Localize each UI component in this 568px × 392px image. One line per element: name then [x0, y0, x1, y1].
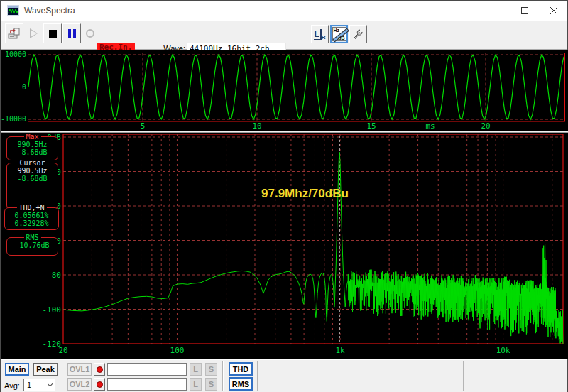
spectrum-trace	[63, 152, 563, 344]
ovl1-file-field[interactable]	[107, 363, 187, 376]
dash-separator: -	[61, 381, 64, 389]
cursor-readout-title: Cursor	[17, 159, 47, 167]
close-icon	[550, 7, 557, 14]
open-device-button[interactable]	[5, 23, 23, 43]
red-dot-icon	[97, 381, 103, 388]
rms-button[interactable]: RMS	[229, 377, 253, 391]
open-device-icon	[8, 28, 21, 39]
x-axis-tick: 100	[170, 346, 185, 355]
pause-icon	[68, 29, 76, 38]
cursor-level: -8.68dB	[7, 175, 58, 183]
bottom-bar: Main Peak - OVL1 L S THD Avg: 1 - OVL2 L…	[1, 359, 567, 392]
x-axis-tick: 10	[252, 121, 261, 131]
hz-db-scale-button[interactable]: HzdB	[330, 25, 348, 43]
peak-annotation: 97.9Mhz/70dBu	[261, 187, 349, 201]
x-axis-unit: ms	[425, 121, 435, 131]
record-button[interactable]	[81, 23, 99, 43]
waveform-panel: 100000-100005101520ms	[1, 50, 568, 131]
app-window: WaveSpectra	[0, 0, 568, 392]
pause-button[interactable]	[62, 23, 81, 43]
thd-value-2: 0.32928%	[5, 219, 58, 227]
close-button[interactable]	[540, 1, 567, 21]
ovl2-save-button[interactable]: S	[205, 378, 217, 391]
divider	[463, 361, 464, 391]
dash-separator: -	[61, 366, 64, 374]
y-axis-tick: -80	[47, 271, 61, 280]
x-axis-tick: 20	[58, 346, 67, 355]
toolbar: Rec.In. Wave: 44100Hz 16bit 2ch FFT: 409…	[1, 21, 567, 50]
divider	[257, 361, 258, 391]
y-axis-tick: 10000	[5, 50, 26, 58]
x-axis-tick: 1k	[335, 346, 345, 355]
avg-label: Avg:	[4, 381, 20, 390]
main-button[interactable]: Main	[5, 363, 29, 376]
lr-channel-icon: LR	[314, 29, 325, 39]
play-icon	[30, 28, 38, 38]
y-axis-tick: 0	[22, 83, 26, 91]
rms-value: -10.76dB	[7, 241, 58, 249]
max-readout: Max 990.5Hz -8.68dB	[6, 136, 58, 160]
ovl1-button[interactable]: OVL1	[67, 363, 92, 376]
maximize-icon	[521, 7, 528, 14]
max-level: -8.68dB	[7, 148, 58, 156]
rms-readout-title: RMS	[23, 234, 40, 241]
waveform-plot[interactable]: 100000-100005101520ms	[1, 50, 568, 131]
peak-button[interactable]: Peak	[33, 363, 58, 376]
ovl2-file-field[interactable]	[107, 378, 187, 391]
ovl1-save-button[interactable]: S	[205, 363, 217, 376]
cursor-frequency: 990.5Hz	[7, 167, 58, 175]
avg-value: 1	[27, 381, 31, 389]
thd-button[interactable]: THD	[229, 362, 253, 376]
cursor-readout: Cursor 990.5Hz -8.68dB	[6, 163, 58, 209]
x-axis-tick: 15	[366, 121, 376, 131]
play-button[interactable]	[24, 23, 43, 43]
red-dot-icon	[97, 366, 103, 373]
record-icon	[86, 29, 94, 38]
thd-readout: THD,+N 0.05661% 0.32928%	[4, 207, 59, 230]
app-icon	[7, 5, 19, 16]
x-axis-tick: 5	[141, 121, 146, 131]
title-bar: WaveSpectra	[1, 1, 567, 21]
settings-button[interactable]	[349, 25, 367, 43]
stop-button[interactable]	[43, 23, 62, 43]
avg-select[interactable]: 1	[23, 379, 55, 391]
spectrum-panel: 0dB-20-40-60-80-100-120201001k10k Max 99…	[1, 133, 568, 359]
ovl2-record-button[interactable]	[94, 378, 105, 391]
max-frequency: 990.5Hz	[7, 141, 58, 148]
divider	[222, 361, 224, 391]
ovl2-button[interactable]: OVL2	[67, 378, 92, 391]
minimize-button[interactable]	[476, 1, 508, 21]
window-title: WaveSpectra	[24, 6, 75, 16]
max-readout-title: Max	[23, 133, 40, 141]
chevron-down-icon	[48, 383, 53, 387]
y-axis-tick: -10000	[1, 115, 26, 123]
ovl1-record-button[interactable]	[94, 363, 105, 376]
rms-readout: RMS -10.76dB	[6, 237, 58, 256]
thd-value-1: 0.05661%	[5, 212, 58, 219]
maximize-button[interactable]	[508, 1, 540, 21]
wrench-icon	[352, 28, 365, 40]
stop-icon	[49, 30, 57, 38]
ovl2-load-button[interactable]: L	[190, 378, 202, 391]
spectrum-plot[interactable]: 0dB-20-40-60-80-100-120201001k10k	[1, 133, 568, 359]
ovl1-load-button[interactable]: L	[190, 363, 202, 376]
lr-channel-button[interactable]: LR	[311, 25, 329, 43]
x-axis-tick: 10k	[496, 346, 510, 355]
thd-readout-title: THD,+N	[16, 204, 46, 212]
x-axis-tick: 20	[481, 121, 490, 131]
minimize-icon	[488, 7, 496, 15]
y-axis-tick: -100	[43, 305, 62, 315]
hz-db-icon: HzdB	[332, 27, 346, 41]
